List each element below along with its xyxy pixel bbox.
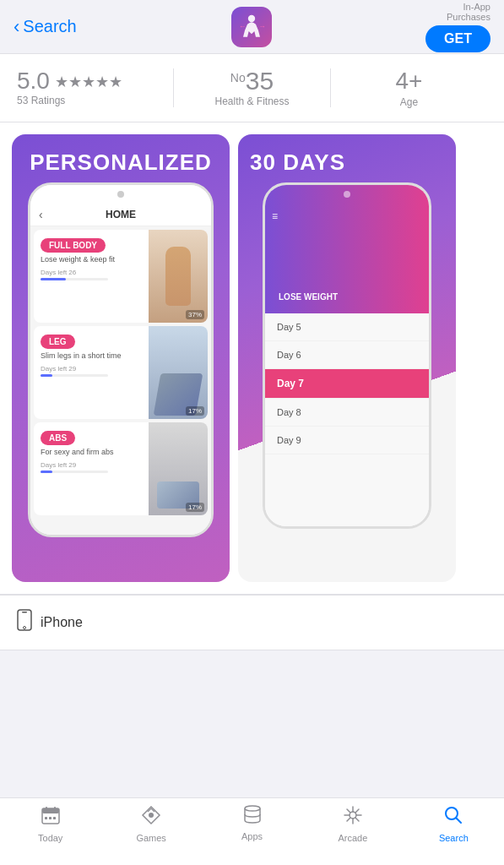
ss2-title: 30 DAYS (238, 134, 456, 182)
day-6: Day 6 (265, 341, 429, 369)
svg-rect-12 (53, 817, 56, 819)
rank-num: 35 (246, 68, 274, 94)
games-icon (141, 805, 161, 830)
arcade-icon (343, 805, 363, 830)
ss1-title: PERSONALIZED (21, 134, 220, 182)
leg-badge: LEG (41, 335, 75, 349)
fullbody-pct: 37% (186, 310, 204, 319)
header-right: In-AppPurchases GET (332, 2, 490, 52)
stars: ★★★★★ (55, 73, 122, 91)
svg-rect-10 (45, 817, 47, 819)
phone-back-icon: ‹ (39, 208, 43, 221)
nav-arcade-label: Arcade (338, 833, 367, 843)
day-list: Day 5 Day 6 Day 7 Day 8 Day 9 (265, 313, 429, 454)
fullbody-image: 37% (149, 230, 208, 323)
ratings-count: 53 Ratings (17, 95, 65, 106)
workout-leg: LEG Slim legs in a short time Days left … (34, 326, 208, 419)
nav-apps-label: Apps (241, 831, 263, 841)
leg-pct: 17% (186, 406, 204, 416)
fullbody-days: Days left 26 (41, 269, 142, 276)
iphone-label: iPhone (41, 615, 83, 630)
screenshots-section: PERSONALIZED ‹ HOME FULL BODY (0, 122, 504, 594)
day-8: Day 8 (265, 399, 429, 427)
bottom-nav: Today Games Apps (0, 797, 504, 865)
nav-apps[interactable]: Apps (202, 805, 302, 841)
abs-sub: For sexy and firm abs (41, 448, 142, 456)
rank-category: Health & Fitness (214, 95, 289, 107)
age-block: 4+ Age (331, 68, 487, 108)
header-center: ← → (172, 7, 331, 47)
abs-days: Days left 29 (41, 461, 142, 469)
nav-arcade[interactable]: Arcade (302, 805, 403, 843)
svg-rect-11 (49, 817, 51, 819)
phone-screen-title: HOME (106, 209, 136, 220)
screenshot-2: 30 DAYS ≡ LOSE WEIGHT Day 5 (238, 134, 456, 582)
lose-weight-header: ≡ LOSE WEIGHT (265, 204, 429, 313)
svg-point-13 (149, 813, 154, 818)
fullbody-sub: Lose weight & keep fit (41, 255, 142, 264)
nav-games-label: Games (136, 833, 165, 843)
svg-text:→: → (259, 21, 266, 30)
leg-progress (41, 374, 52, 377)
phone-mockup-2: ≡ LOSE WEIGHT Day 5 Day 6 Day 7 Day 8 Da… (263, 182, 431, 529)
svg-rect-3 (18, 610, 31, 630)
phone-mockup-1: ‹ HOME FULL BODY Lose weight & keep fit … (28, 182, 214, 537)
device-section: iPhone (0, 595, 504, 650)
svg-point-4 (24, 627, 26, 629)
abs-badge: ABS (41, 431, 75, 445)
screenshot-1: PERSONALIZED ‹ HOME FULL BODY (12, 134, 230, 582)
leg-days: Days left 29 (41, 365, 142, 373)
camera-notch-2 (344, 191, 350, 198)
day-5: Day 5 (265, 313, 429, 341)
apps-icon (241, 805, 263, 829)
fullbody-progress (41, 278, 66, 280)
lose-weight-title: LOSE WEIGHT (272, 286, 344, 308)
abs-pct: 17% (186, 503, 204, 512)
rating-score: 5.0 (17, 69, 50, 93)
nav-today[interactable]: Today (0, 805, 100, 843)
svg-text:←: ← (239, 21, 246, 30)
nav-games[interactable]: Games (100, 805, 201, 843)
nav-today-label: Today (38, 833, 62, 843)
workout-fullbody: FULL BODY Lose weight & keep fit Days le… (34, 230, 208, 323)
day-7: Day 7 (265, 369, 429, 399)
age-rating: 4+ (396, 68, 423, 95)
in-app-label: In-AppPurchases (447, 2, 490, 22)
nav-search[interactable]: Search (404, 805, 504, 843)
svg-rect-7 (42, 808, 59, 813)
rating-block: 5.0 ★★★★★ 53 Ratings (17, 69, 173, 106)
abs-image: 17% (149, 422, 208, 515)
back-button[interactable]: ‹ Search (14, 16, 172, 38)
fullbody-badge: FULL BODY (41, 238, 106, 253)
leg-sub: Slim legs in a short time (41, 351, 142, 360)
leg-image: 17% (149, 326, 208, 419)
app-icon: ← → (231, 7, 272, 47)
app-header: ‹ Search ← → In-AppPurchases GET (0, 0, 504, 54)
separator-2 (0, 650, 504, 650)
svg-rect-8 (46, 807, 47, 810)
nav-search-label: Search (439, 833, 469, 843)
abs-progress (41, 471, 52, 473)
workout-abs: ABS For sexy and firm abs Days left 29 (34, 422, 208, 515)
svg-point-0 (248, 14, 255, 21)
svg-point-14 (245, 806, 260, 811)
rank-no-label: No (230, 72, 246, 84)
today-icon (41, 805, 61, 830)
ratings-section: 5.0 ★★★★★ 53 Ratings No 35 Health & Fitn… (0, 54, 504, 122)
back-label: Search (23, 17, 76, 36)
screenshots-scroll[interactable]: PERSONALIZED ‹ HOME FULL BODY (0, 134, 504, 582)
svg-rect-5 (22, 612, 27, 613)
rank-block: No 35 Health & Fitness (173, 68, 331, 107)
svg-rect-9 (54, 807, 56, 810)
search-icon (443, 805, 463, 830)
iphone-icon (17, 609, 32, 636)
chevron-left-icon: ‹ (14, 16, 19, 38)
age-label: Age (400, 96, 418, 108)
get-button[interactable]: GET (425, 25, 490, 52)
hamburger-icon: ≡ (272, 210, 278, 222)
camera-notch (117, 191, 124, 198)
day-9: Day 9 (265, 427, 429, 454)
